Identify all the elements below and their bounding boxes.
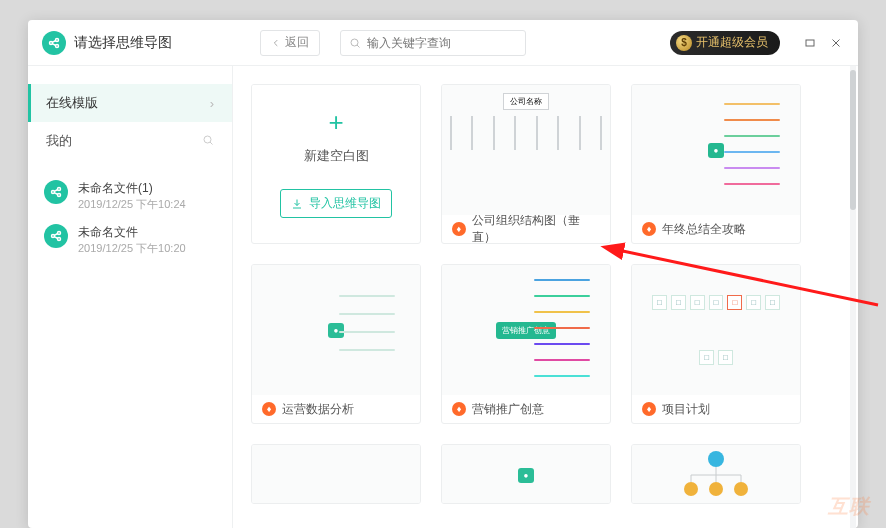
window-controls xyxy=(802,35,844,51)
template-card[interactable]: ● ♦运营数据分析 xyxy=(251,264,421,424)
scrollbar-thumb[interactable] xyxy=(850,70,856,210)
new-blank-label: 新建空白图 xyxy=(304,147,369,165)
sidebar: 在线模版 › 我的 未命名文件(1) 2019/12/25 下午10:24 xyxy=(28,66,233,528)
chevron-right-icon: › xyxy=(210,96,214,111)
svg-point-5 xyxy=(204,136,211,143)
template-card[interactable]: □□□ □□□ □□□ ♦项目计划 xyxy=(631,264,801,424)
template-card[interactable] xyxy=(631,444,801,504)
template-title: 年终总结全攻略 xyxy=(662,221,746,238)
mindmap-core: ● xyxy=(328,323,345,338)
template-thumbnail: ● xyxy=(442,445,610,504)
template-card[interactable]: 营销推广创意 ♦营销推广创意 xyxy=(441,264,611,424)
fire-icon: ♦ xyxy=(642,222,656,236)
svg-rect-4 xyxy=(806,40,814,46)
template-thumbnail: □□□ □□□ □□□ xyxy=(632,265,800,395)
import-mindmap-button[interactable]: 导入思维导图 xyxy=(280,189,392,218)
org-root-label: 公司名称 xyxy=(503,93,549,110)
template-title: 营销推广创意 xyxy=(472,401,544,418)
template-title: 项目计划 xyxy=(662,401,710,418)
fire-icon: ♦ xyxy=(262,402,276,416)
template-title: 运营数据分析 xyxy=(282,401,354,418)
vip-upgrade-label: 开通超级会员 xyxy=(696,34,768,51)
template-thumbnail: ● xyxy=(252,265,420,395)
import-mindmap-label: 导入思维导图 xyxy=(309,195,381,212)
coin-icon: $ xyxy=(676,35,692,51)
template-grid: + 新建空白图 导入思维导图 公司名称 xyxy=(251,84,840,504)
watermark: 互联 xyxy=(828,493,870,520)
svg-point-12 xyxy=(708,451,724,467)
file-item[interactable]: 未命名文件(1) 2019/12/25 下午10:24 xyxy=(38,174,222,218)
template-thumbnail: 公司名称 xyxy=(442,85,610,215)
sidebar-tab-templates[interactable]: 在线模版 › xyxy=(28,84,232,122)
svg-point-14 xyxy=(709,482,723,496)
app-window: 请选择思维导图 返回 $ 开通超级会员 在线模版 › 我的 xyxy=(28,20,858,528)
minimize-button[interactable] xyxy=(802,35,818,51)
close-button[interactable] xyxy=(828,35,844,51)
header-title: 请选择思维导图 xyxy=(74,34,172,52)
template-thumbnail: ● xyxy=(632,85,800,215)
template-thumbnail: 营销推广创意 xyxy=(442,265,610,395)
file-timestamp: 2019/12/25 下午10:20 xyxy=(78,241,186,256)
svg-point-15 xyxy=(734,482,748,496)
fire-icon: ♦ xyxy=(642,402,656,416)
mindmap-core: ● xyxy=(518,468,535,483)
body: 在线模版 › 我的 未命名文件(1) 2019/12/25 下午10:24 xyxy=(28,66,858,528)
template-thumbnail xyxy=(252,445,420,504)
template-card[interactable] xyxy=(251,444,421,504)
file-timestamp: 2019/12/25 下午10:24 xyxy=(78,197,186,212)
new-blank-card[interactable]: + 新建空白图 导入思维导图 xyxy=(251,84,421,244)
fire-icon: ♦ xyxy=(452,402,466,416)
search-icon xyxy=(202,134,214,149)
arrow-left-icon xyxy=(271,38,281,48)
mindmap-core: ● xyxy=(708,143,725,158)
share-icon xyxy=(44,224,68,248)
search-icon xyxy=(349,37,361,49)
file-name: 未命名文件(1) xyxy=(78,180,186,197)
mindmap-core-label: 营销推广创意 xyxy=(496,322,556,339)
sidebar-tab-label: 我的 xyxy=(46,132,72,150)
svg-point-13 xyxy=(684,482,698,496)
template-grid-area: + 新建空白图 导入思维导图 公司名称 xyxy=(233,66,858,528)
import-icon xyxy=(291,198,303,210)
template-card[interactable]: 公司名称 ♦公司组织结构图（垂直） xyxy=(441,84,611,244)
fire-icon: ♦ xyxy=(452,222,466,236)
search-box[interactable] xyxy=(340,30,526,56)
back-button[interactable]: 返回 xyxy=(260,30,320,56)
sidebar-tab-mine[interactable]: 我的 xyxy=(28,122,232,160)
plus-icon: + xyxy=(328,109,343,135)
back-button-label: 返回 xyxy=(285,34,309,51)
search-input[interactable] xyxy=(367,36,517,50)
share-icon xyxy=(44,180,68,204)
sidebar-file-list: 未命名文件(1) 2019/12/25 下午10:24 未命名文件 2019/1… xyxy=(28,160,232,276)
template-title: 公司组织结构图（垂直） xyxy=(472,212,600,244)
header: 请选择思维导图 返回 $ 开通超级会员 xyxy=(28,20,858,66)
file-name: 未命名文件 xyxy=(78,224,186,241)
template-card[interactable]: ● ♦年终总结全攻略 xyxy=(631,84,801,244)
template-card[interactable]: ● xyxy=(441,444,611,504)
svg-point-3 xyxy=(351,39,358,46)
app-logo-icon xyxy=(42,31,66,55)
template-thumbnail xyxy=(632,445,800,504)
vip-upgrade-button[interactable]: $ 开通超级会员 xyxy=(670,31,780,55)
sidebar-tab-label: 在线模版 xyxy=(46,94,98,112)
file-item[interactable]: 未命名文件 2019/12/25 下午10:20 xyxy=(38,218,222,262)
